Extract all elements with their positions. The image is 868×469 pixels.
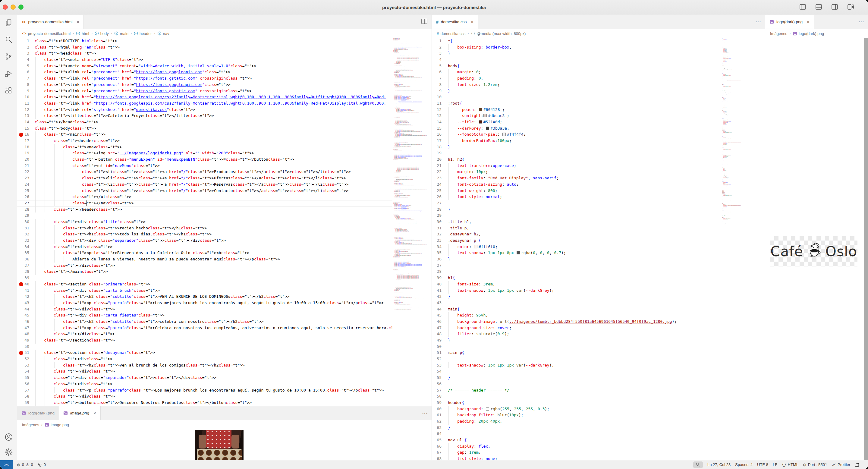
code-line[interactable]: 58 [432,393,721,400]
code-line[interactable]: 47 background-size: cover; [432,325,721,331]
code-line[interactable]: 44main{ [432,306,721,313]
code-line[interactable]: 32 class="t"><h1class="t">>todo los dias… [17,231,393,238]
code-line[interactable]: 14 --title: #521A0d; [432,119,721,125]
breadcrumb-item[interactable]: nav [157,31,169,36]
code-line[interactable]: 34 class="t"><divclass="t">> [17,244,393,250]
code-line[interactable]: 57 class="t"><p class="parrafo"class="t"… [17,387,393,394]
code-line[interactable]: 45 class="t"><div class="carta fiestas"c… [17,312,393,319]
code-line[interactable]: 41 text-shadow: 1px 1px 1px var(--darkGr… [432,287,721,294]
code-line[interactable]: 45 height: 95vh; [432,312,721,319]
minimap[interactable]: class="t"><!DOCTYPE htmlclass="t">>class… [393,38,427,406]
code-line[interactable]: 19 [432,150,721,156]
status-lf[interactable]: LF [773,462,777,467]
code-line[interactable]: 64 [432,431,721,437]
remote-indicator[interactable]: >< [0,460,13,469]
code-line[interactable]: 48 filter: saturate(0.9); [432,331,721,337]
tab-close-icon[interactable]: × [93,410,96,416]
breadcrumb-item[interactable]: main [114,31,128,36]
code-line[interactable]: 11:root{ [432,100,721,107]
code-line[interactable]: 1class="t"><!DOCTYPE htmlclass="t">> [17,38,393,44]
code-line[interactable]: 43 class="t"><p class="parrafo"class="t"… [17,300,393,306]
code-line[interactable]: 8 class="t"><link rel="preconnect" href=… [17,82,393,88]
code-line[interactable]: 42} [432,293,721,300]
layout-sidebar-left-icon[interactable] [799,3,807,10]
code-line[interactable]: 66 display: flex; [432,443,721,450]
code-line[interactable]: 2class="t"><html lang="en"class="t">> [17,44,393,51]
code-line[interactable]: 20h1, h2{ [432,156,721,163]
code-line[interactable]: 1*{ [432,38,721,44]
code-editor[interactable]: 1*{2 box-sizing: border-box;3}45body{6 m… [432,38,765,460]
breadcrumb-item[interactable]: html [76,31,89,36]
code-line[interactable]: 36 Abierta de lunes a viernes, nuestro m… [17,256,393,262]
code-line[interactable]: 68 list-style: none; [432,456,721,460]
code-line[interactable]: 8 font-size: 1.2rem; [432,82,721,88]
code-line[interactable]: 2 box-sizing: border-box; [432,44,721,51]
code-line[interactable]: 3class="t"><headclass="t">> [17,50,393,57]
language-mode[interactable]: {}HTML [782,462,798,467]
tab-close-icon[interactable]: × [807,19,809,24]
code-line[interactable]: 52 class="t"><divclass="t">> [17,356,393,362]
status-cursor-position[interactable]: Ln 27, Col 23 [707,462,731,467]
code-line[interactable]: 7 padding: 0; [432,75,721,82]
breadcrumb-item[interactable]: logo(dark).png [793,31,824,36]
code-line[interactable]: 11 class="t"><link href="https://fonts.g… [17,100,393,107]
code-line[interactable]: 12 class="t"><link rel="stylesheet" href… [17,107,393,113]
code-line[interactable]: 22 class="t"><liclass="t">>class="t"><a … [17,169,393,175]
code-editor[interactable]: 1class="t"><!DOCTYPE htmlclass="t">>2cla… [17,38,432,406]
code-line[interactable]: 58 class="t"></divclass="t">> [17,393,393,400]
breadcrumb-item[interactable]: Imágenes [22,423,39,427]
code-line[interactable]: 29 [432,213,721,219]
code-line[interactable]: 4 class="t"><meta charset="UTF-8"class="… [17,57,393,63]
code-line[interactable]: 62 padding: 20px 40px; [432,418,721,425]
code-line[interactable]: 24 font-optical-sizing: auto; [432,182,721,188]
code-line[interactable]: 10 class="t"><link href="https://fonts.g… [17,94,393,100]
code-line[interactable]: 51main p{ [432,350,721,356]
activity-search-icon[interactable] [4,36,13,44]
code-line[interactable]: 38 class="t"></mainclass="t">> [17,269,393,275]
prettier-status[interactable]: ✓✓Prettier [832,462,850,467]
code-line[interactable]: 13 class="t"><titleclass="t">>Cafeteria … [17,113,393,119]
minimap[interactable]: *{ box-sizing: border-box;}body{ margin:… [722,38,752,460]
code-line[interactable]: 49} [432,337,721,344]
code-line[interactable]: 42 class="t"><h2 class="subtitle"class="… [17,293,393,300]
code-line[interactable]: 43 [432,300,721,306]
code-line[interactable]: 49 class="t"></sectionclass="t">> [17,337,393,344]
code-line[interactable]: 15class="t"><bodyclass="t">> [17,125,393,132]
problems-status[interactable]: ⊗0⚠0 [17,462,33,467]
layout-customize-icon[interactable] [846,3,855,10]
code-line[interactable]: 27 [432,200,721,207]
code-line[interactable]: 18} [432,144,721,150]
code-line[interactable]: 28} [432,207,721,213]
code-line[interactable]: 24 class="t"><liclass="t">>class="t"><a … [17,182,393,188]
status-spaces-4[interactable]: Spaces: 4 [735,462,752,467]
tab-domestika.css[interactable]: #domestika.css× [432,15,478,29]
code-line[interactable]: 47 class="t"><p class="parrafo"class="t"… [17,325,393,331]
activity-explorer-icon[interactable] [4,19,13,27]
code-line[interactable]: 61 backdrop-filter: blur(10px); [432,412,721,418]
tab-logo-dark-.png[interactable]: logo(dark).png [17,406,59,420]
code-line[interactable]: 44 class="t"></divclass="t">> [17,306,393,313]
code-line[interactable]: 3} [432,50,721,57]
code-line[interactable]: 41 class="t"><div class="carta bruch"cla… [17,287,393,294]
code-line[interactable]: 23 class="t"><liclass="t">>class="t"><a … [17,175,393,182]
more-actions-icon[interactable]: ··· [859,19,864,25]
code-line[interactable]: 30 class="t"><div class="title"class="t"… [17,219,393,225]
code-line[interactable]: 13 --sunlight:#dbcac3 ; [432,113,721,119]
search-status[interactable] [693,462,703,468]
code-line[interactable]: 33 class="t"><div class="separador"class… [17,238,393,244]
code-line[interactable]: 36} [432,256,721,262]
code-line[interactable]: 5body{ [432,63,721,69]
code-line[interactable]: 60 background: rgba(255, 255, 255, 0.3); [432,406,721,412]
code-line[interactable]: 31.title p, [432,225,721,231]
ports-status[interactable]: 0 [37,462,46,467]
code-line[interactable]: 50 [17,344,393,350]
split-editor-icon[interactable] [421,18,428,26]
code-line[interactable]: 37 class="t"></divclass="t">> [17,262,393,269]
code-line[interactable]: 5 class="t"><meta name="viewport" conten… [17,63,393,69]
code-line[interactable]: 23 font-family: "Red Hat Display", sans-… [432,175,721,182]
code-line[interactable]: 9 class="t"><link rel="preconnect" href=… [17,88,393,94]
breadcrumb-item[interactable]: <>proyecto-domestika.html [22,31,70,36]
code-line[interactable]: 25 class="t"><liclass="t">>class="t"><a … [17,188,393,194]
code-line[interactable]: 35 class="t"><pclass="t">>Bienvenidos a … [17,250,393,256]
code-line[interactable]: 35 text-shadow: 1px 1px 8px rgba(0, 0, 0… [432,250,721,256]
